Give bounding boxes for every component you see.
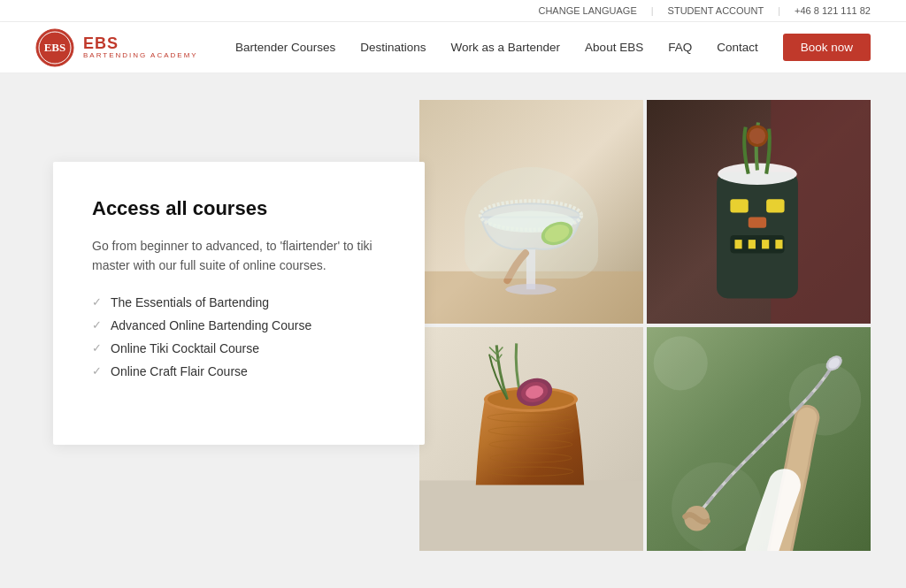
list-item: ✓ Online Craft Flair Course [92, 364, 386, 378]
list-item: ✓ The Essentials of Bartending [92, 295, 386, 309]
page-content: Access all courses Go from beginner to a… [0, 73, 906, 588]
courses-card-title: Access all courses [92, 197, 386, 220]
list-item: ✓ Advanced Online Bartending Course [92, 318, 386, 332]
courses-card: Access all courses Go from beginner to a… [53, 162, 425, 445]
main-header: EBS EBS BARTENDING ACADEMY Bartender Cou… [0, 22, 906, 73]
svg-rect-22 [762, 240, 769, 248]
svg-rect-23 [775, 240, 782, 248]
svg-point-12 [542, 221, 572, 245]
utility-bar: CHANGE LANGUAGE | STUDENT ACCOUNT | +46 … [0, 0, 906, 22]
nav-about-ebs[interactable]: About EBS [585, 41, 643, 54]
nav-destinations[interactable]: Destinations [360, 41, 426, 54]
svg-rect-18 [749, 218, 766, 228]
change-language-link[interactable]: CHANGE LANGUAGE [538, 5, 636, 16]
checkmark-icon: ✓ [92, 318, 102, 332]
list-item: ✓ Online Tiki Cocktail Course [92, 341, 386, 355]
course-item-3: Online Tiki Cocktail Course [111, 341, 259, 355]
svg-rect-21 [749, 240, 756, 248]
checkmark-icon: ✓ [92, 364, 102, 378]
course-item-1: The Essentials of Bartending [111, 295, 269, 309]
logo-name: EBS [83, 35, 198, 51]
svg-point-46 [672, 462, 762, 551]
utility-divider-2: | [778, 5, 780, 16]
checkmark-icon: ✓ [92, 295, 102, 309]
utility-divider-1: | [651, 5, 654, 16]
svg-point-8 [481, 203, 580, 231]
courses-card-description: Go from beginner to advanced, to 'flairt… [92, 236, 386, 276]
main-nav: Bartender Courses Destinations Work as a… [235, 34, 871, 61]
svg-point-9 [480, 201, 581, 230]
svg-point-26 [749, 128, 765, 144]
ebs-logo-icon: EBS [35, 28, 74, 67]
svg-point-7 [505, 284, 556, 294]
photo-cocktail-glass [419, 100, 643, 324]
phone-number: +46 8 121 111 82 [795, 5, 871, 16]
logo-text: EBS BARTENDING ACADEMY [83, 35, 198, 59]
logo-subtitle: BARTENDING ACADEMY [83, 51, 198, 59]
nav-work-as-bartender[interactable]: Work as a Bartender [451, 41, 561, 54]
nav-bartender-courses[interactable]: Bartender Courses [235, 41, 335, 54]
checkmark-icon: ✓ [92, 341, 102, 355]
svg-point-11 [538, 218, 576, 249]
svg-rect-17 [766, 199, 784, 212]
nav-contact[interactable]: Contact [717, 41, 758, 54]
nav-faq[interactable]: FAQ [668, 41, 692, 54]
photo-grid [419, 100, 871, 551]
photo-copper-cup [419, 327, 643, 551]
svg-rect-16 [730, 199, 748, 212]
course-item-2: Advanced Online Bartending Course [111, 318, 311, 332]
student-account-link[interactable]: STUDENT ACCOUNT [668, 5, 764, 16]
course-item-4: Online Craft Flair Course [111, 364, 248, 378]
photo-tiki-mug [647, 100, 871, 324]
svg-rect-28 [419, 480, 643, 551]
svg-point-44 [654, 336, 708, 390]
photo-bar-spoon [647, 327, 871, 551]
svg-text:EBS: EBS [44, 41, 66, 54]
svg-rect-6 [526, 248, 535, 289]
svg-point-10 [488, 210, 574, 232]
nav-book-now[interactable]: Book now [783, 34, 871, 61]
courses-list: ✓ The Essentials of Bartending ✓ Advance… [92, 295, 386, 378]
logo-area[interactable]: EBS EBS BARTENDING ACADEMY [35, 28, 198, 67]
svg-rect-20 [734, 240, 741, 248]
